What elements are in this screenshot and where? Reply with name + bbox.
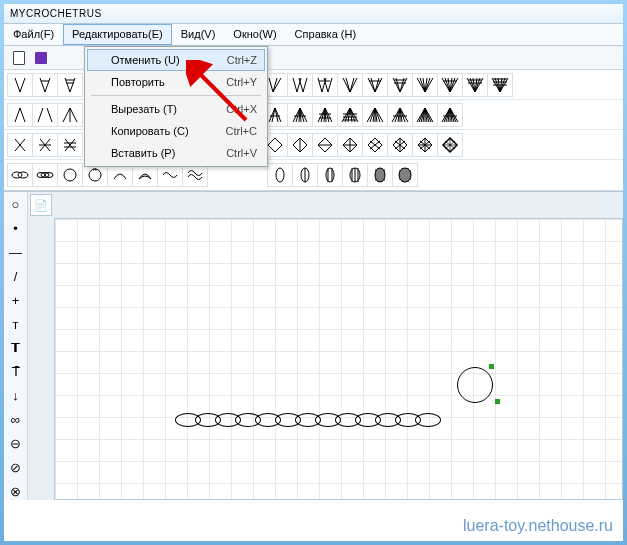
menu-bar: Файл(F) Редактировать(E) Вид(V) Окно(W) … [4,24,623,46]
sym-fan4[interactable] [337,103,363,127]
sym-fan6[interactable] [387,103,413,127]
sym-v1[interactable] [7,73,33,97]
sym-diamond2[interactable] [287,133,313,157]
menu-redo-label: Повторить [111,76,165,88]
sym-ring[interactable] [57,163,83,187]
svg-point-1 [18,172,28,178]
side-tool-4[interactable]: + [7,291,25,309]
save-icon [35,52,47,64]
sym-a2[interactable] [32,103,58,127]
side-tool-6[interactable]: 𝗧 [7,339,25,357]
edit-dropdown: Отменить (U) Ctrl+Z Повторить Ctrl+Y Выр… [84,46,268,167]
menu-edit[interactable]: Редактировать(E) [63,24,172,45]
side-tool-1[interactable]: • [7,220,25,238]
sym-vv9[interactable] [462,73,488,97]
menu-undo-label: Отменить (U) [111,54,180,66]
side-tool-3[interactable]: / [7,268,25,286]
new-button[interactable] [10,49,28,67]
side-tool-0[interactable]: ○ [7,196,25,214]
sym-bobble1[interactable] [267,163,293,187]
sym-vv4[interactable] [337,73,363,97]
menu-redo[interactable]: Повторить Ctrl+Y [87,71,265,93]
sym-bobble2[interactable] [292,163,318,187]
svg-point-0 [12,172,22,178]
sym-vv10[interactable] [487,73,513,97]
menu-copy-label: Копировать (C) [111,125,189,137]
menu-file[interactable]: Файл(F) [4,24,63,45]
menu-separator [91,95,261,96]
svg-point-10 [326,168,334,182]
side-tool-7[interactable]: 𝖳̄ [7,363,25,381]
canvas-wrap: 📄 [28,192,623,500]
sym-v3[interactable] [57,73,83,97]
menu-window[interactable]: Окно(W) [224,24,285,45]
side-toolbar: ○ • — / + т 𝗧 𝖳̄ ↓ ∞ ⊖ ⊘ ⊗ [4,192,28,500]
drawn-chain[interactable] [175,413,441,427]
svg-point-13 [399,168,411,182]
side-tool-11[interactable]: ⊘ [7,458,25,476]
sym-fan2[interactable] [287,103,313,127]
menu-undo[interactable]: Отменить (U) Ctrl+Z [87,49,265,71]
menu-cut[interactable]: Вырезать (T) Ctrl+X [87,98,265,120]
title-bar: MYCROCHETRUS [4,4,623,24]
sym-chain[interactable] [7,163,33,187]
menu-copy-shortcut: Ctrl+C [226,125,257,137]
sym-diamond7[interactable] [412,133,438,157]
sym-bobble3[interactable] [317,163,343,187]
sym-a1[interactable] [7,103,33,127]
sym-chain2[interactable] [32,163,58,187]
canvas-doc-icon[interactable]: 📄 [30,194,52,216]
save-button[interactable] [32,49,50,67]
sym-diamond8[interactable] [437,133,463,157]
menu-undo-shortcut: Ctrl+Z [227,54,257,66]
sym-fan7[interactable] [412,103,438,127]
sym-vv8[interactable] [437,73,463,97]
side-tool-10[interactable]: ⊖ [7,434,25,452]
sym-fan8[interactable] [437,103,463,127]
sym-diamond4[interactable] [337,133,363,157]
menu-paste-shortcut: Ctrl+V [226,147,257,159]
selection-handle[interactable] [489,364,494,369]
sym-fan3[interactable] [312,103,338,127]
svg-point-5 [64,169,76,181]
sym-vv2[interactable] [287,73,313,97]
workspace: ○ • — / + т 𝗧 𝖳̄ ↓ ∞ ⊖ ⊘ ⊗ 📄 [4,191,623,500]
new-file-icon [13,51,25,65]
side-tool-9[interactable]: ∞ [7,411,25,429]
sym-fan5[interactable] [362,103,388,127]
canvas[interactable] [54,218,623,500]
app-title: MYCROCHETRUS [10,8,102,19]
side-tool-2[interactable]: — [7,244,25,262]
menu-copy[interactable]: Копировать (C) Ctrl+C [87,120,265,142]
side-tool-8[interactable]: ↓ [7,387,25,405]
menu-paste-label: Вставить (P) [111,147,175,159]
sym-diamond6[interactable] [387,133,413,157]
sym-diamond5[interactable] [362,133,388,157]
menu-paste[interactable]: Вставить (P) Ctrl+V [87,142,265,164]
selection-handle[interactable] [495,399,500,404]
sym-vv3[interactable] [312,73,338,97]
sym-bobble4[interactable] [342,163,368,187]
sym-vv5[interactable] [362,73,388,97]
sym-bobble5[interactable] [367,163,393,187]
sym-x1[interactable] [7,133,33,157]
watermark: luera-toy.nethouse.ru [463,517,613,535]
side-tool-12[interactable]: ⊗ [7,482,25,500]
sym-a3[interactable] [57,103,83,127]
menu-help[interactable]: Справка (H) [286,24,365,45]
sym-diamond3[interactable] [312,133,338,157]
drawn-ring[interactable] [457,367,493,403]
sym-x2[interactable] [32,133,58,157]
menu-cut-label: Вырезать (T) [111,103,177,115]
sym-vv6[interactable] [387,73,413,97]
sym-v2[interactable] [32,73,58,97]
menu-cut-shortcut: Ctrl+X [226,103,257,115]
menu-redo-shortcut: Ctrl+Y [226,76,257,88]
menu-view[interactable]: Вид(V) [172,24,225,45]
sym-x3[interactable] [57,133,83,157]
sym-vv7[interactable] [412,73,438,97]
side-tool-5[interactable]: т [7,315,25,333]
svg-point-8 [276,168,284,182]
sym-bobble6[interactable] [392,163,418,187]
